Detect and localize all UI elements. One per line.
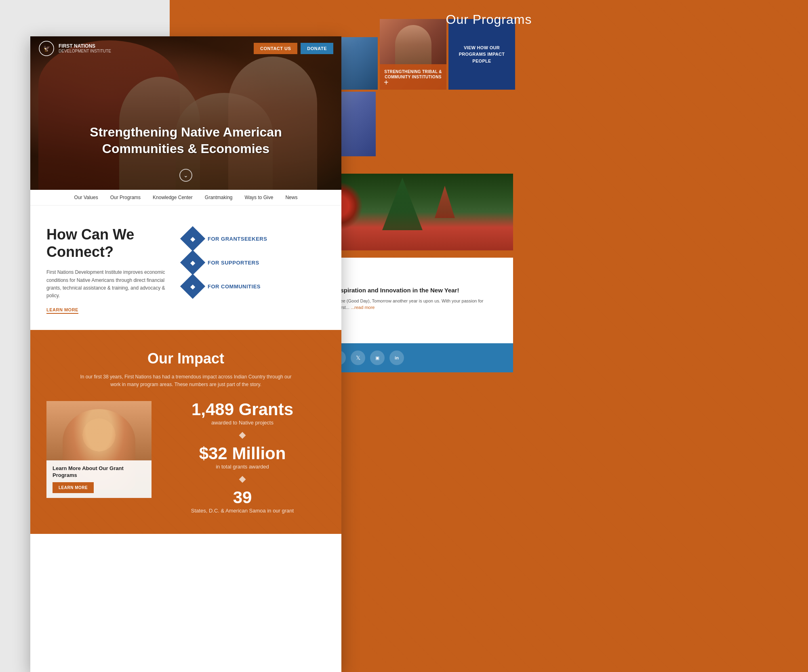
site-header: 🦅 First Nations Development Institute CO…: [30, 36, 341, 61]
hero-text-area: Strengthening Native American Communitie…: [50, 124, 321, 158]
grantseekers-diamond: ◆: [180, 226, 205, 251]
learn-more-link[interactable]: LEARN MORE: [46, 307, 78, 314]
impact-stats: 1,489 Grants awarded to Native projects …: [160, 401, 325, 514]
connect-section: How Can We Connect? First Nations Develo…: [30, 206, 341, 330]
nav-grantmaking[interactable]: Grantmaking: [205, 195, 233, 200]
read-more-link[interactable]: ...read more: [351, 305, 375, 310]
news-article-title: Ignite Inspiration and Innovation in the…: [317, 286, 503, 294]
impact-description: In our first 38 years, First Nations has…: [75, 373, 297, 388]
supporters-diamond: ◆: [180, 250, 205, 275]
supporters-label: FOR SUPPORTERS: [208, 260, 259, 266]
connect-description: First Nations Development Institute impr…: [46, 269, 168, 300]
stat-million-number: $32 Million: [160, 445, 325, 462]
learn-more-btn[interactable]: LEARN MORE: [53, 482, 94, 493]
grantseekers-icon: ◆: [190, 235, 195, 243]
supporters-icon: ◆: [190, 259, 195, 267]
instagram-button[interactable]: ▣: [370, 351, 385, 365]
hero-title: Strengthening Native American Communitie…: [50, 124, 321, 158]
stat-million-label: in total grants awarded: [160, 464, 325, 470]
impact-content: Learn More About Our Grant Programs LEAR…: [46, 401, 325, 514]
tribal-card-title: STRENGTHENING TRIBAL & COMMUNITY INSTITU…: [383, 69, 443, 80]
impact-image-label: Learn More About Our Grant Programs LEAR…: [46, 460, 152, 498]
communities-label: FOR COMMUNITIES: [208, 284, 261, 290]
nav-news[interactable]: News: [285, 195, 297, 200]
news-card-content: Ignite Inspiration and Innovation in the…: [317, 283, 503, 342]
grantseekers-option[interactable]: ◆ FOR GRANTSEEKERS: [184, 230, 325, 248]
hero-chevron-btn[interactable]: ⌄: [179, 169, 192, 182]
programs-section-title: Our Programs: [170, 0, 808, 37]
nav-knowledge-center[interactable]: Knowledge Center: [153, 195, 193, 200]
donate-button[interactable]: DONATE: [301, 43, 333, 54]
connect-left: How Can We Connect? First Nations Develo…: [46, 226, 168, 314]
stat-grants: 1,489 Grants awarded to Native projects: [160, 401, 325, 426]
stat-divider-1: [239, 432, 246, 439]
stat-divider-2: [239, 476, 246, 483]
logo-area: 🦅 First Nations Development Institute: [38, 40, 111, 57]
header-buttons: CONTACT US DONATE: [254, 43, 333, 54]
communities-diamond: ◆: [180, 274, 205, 299]
twitter-button[interactable]: 𝕏: [351, 351, 365, 365]
svg-text:🦅: 🦅: [43, 45, 50, 52]
view-card-text: VIEW HOW OUR PROGRAMS IMPACT PEOPLE: [448, 38, 515, 71]
logo-icon: 🦅: [38, 40, 55, 57]
navigation-bar: Our Values Our Programs Knowledge Center…: [30, 190, 341, 206]
impact-section: Our Impact In our first 38 years, First …: [30, 330, 341, 533]
logo-subtitle: Development Institute: [59, 49, 111, 54]
linkedin-button[interactable]: in: [389, 351, 404, 365]
communities-icon: ◆: [190, 283, 195, 290]
stat-states-label: States, D.C. & American Samoa in our gra…: [160, 508, 325, 514]
tribal-plus-btn[interactable]: +: [384, 78, 389, 87]
stat-grants-label: awarded to Native projects: [160, 420, 325, 426]
front-page: 🦅 First Nations Development Institute CO…: [30, 36, 341, 672]
stat-states-number: 39: [160, 489, 325, 506]
supporters-option[interactable]: ◆ FOR SUPPORTERS: [184, 254, 325, 271]
grantseekers-label: FOR GRANTSEEKERS: [208, 236, 267, 242]
stat-grants-number: 1,489 Grants: [160, 401, 325, 418]
communities-option[interactable]: ◆ FOR COMMUNITIES: [184, 277, 325, 295]
nav-our-programs[interactable]: Our Programs: [110, 195, 141, 200]
connect-right: ◆ FOR GRANTSEEKERS ◆ FOR SUPPORTERS ◆ FO…: [184, 226, 325, 295]
logo-name: First Nations: [59, 43, 111, 49]
impact-image-label-text: Learn More About Our Grant Programs: [53, 465, 145, 479]
stat-million: $32 Million in total grants awarded: [160, 445, 325, 470]
stat-states: 39 States, D.C. & American Samoa in our …: [160, 489, 325, 514]
impact-image: Learn More About Our Grant Programs LEAR…: [46, 401, 152, 498]
contact-button[interactable]: CONTACT US: [254, 43, 297, 54]
nav-ways-to-give[interactable]: Ways to Give: [245, 195, 274, 200]
impact-title: Our Impact: [46, 350, 325, 367]
hero-section: 🦅 First Nations Development Institute CO…: [30, 36, 341, 190]
news-article-body: Yak'éi yagiyee (Good Day), Tomorrow anot…: [317, 298, 503, 311]
tribal-overlay: STRENGTHENING TRIBAL & COMMUNITY INSTITU…: [380, 64, 446, 90]
connect-title: How Can We Connect?: [46, 226, 168, 260]
nav-our-values[interactable]: Our Values: [74, 195, 98, 200]
